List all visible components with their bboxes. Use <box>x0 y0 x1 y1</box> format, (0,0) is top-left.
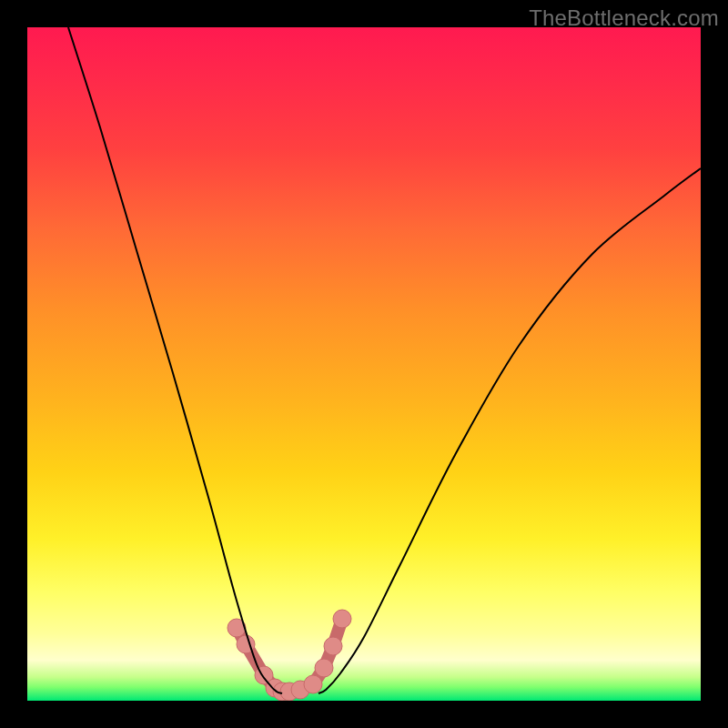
right-curve <box>318 168 701 693</box>
marker-dot <box>315 659 333 677</box>
chart-plot-area <box>27 27 701 701</box>
marker-dot <box>324 637 342 655</box>
chart-frame: TheBottleneck.com <box>0 0 728 728</box>
chart-svg <box>27 27 701 701</box>
marker-band <box>228 610 351 701</box>
left-curve <box>68 27 282 693</box>
marker-dot <box>304 675 322 693</box>
marker-dot <box>333 610 351 628</box>
